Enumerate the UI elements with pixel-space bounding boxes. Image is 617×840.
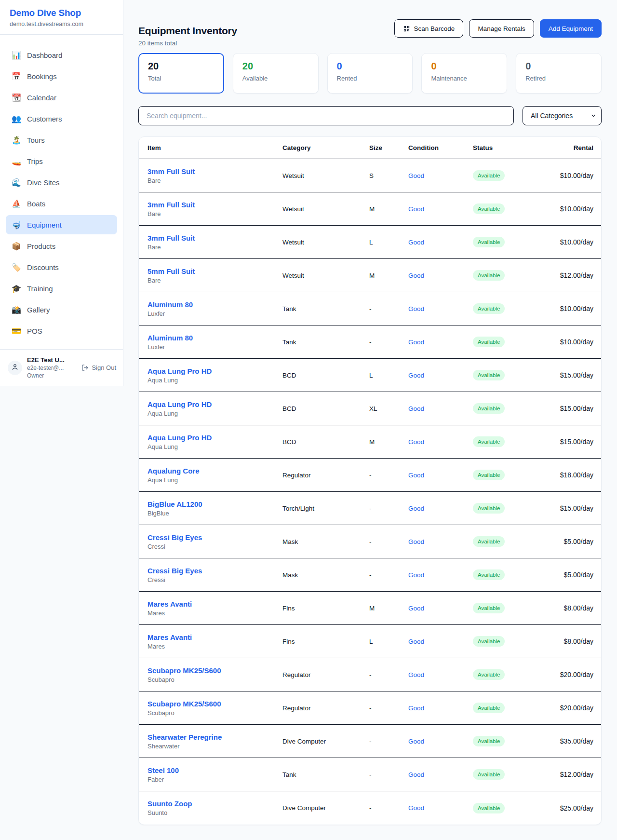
user-name: E2E Test U... <box>27 356 77 364</box>
sidebar-item-discounts[interactable]: 🏷️ Discounts <box>6 257 117 277</box>
sidebar-item-trips[interactable]: 🚤 Trips <box>6 151 117 171</box>
item-cell: Mares Avanti Mares <box>148 600 282 617</box>
stat-label: Maintenance <box>431 75 497 82</box>
table-row: Aluminum 80 Luxfer Tank - Good Available… <box>139 325 601 359</box>
condition-link[interactable]: Good <box>408 339 473 346</box>
item-name-link[interactable]: BigBlue AL1200 <box>148 500 282 508</box>
item-cell: Mares Avanti Mares <box>148 633 282 650</box>
category-cell: Tank <box>282 305 369 312</box>
item-name-link[interactable]: Aqua Lung Pro HD <box>148 367 282 375</box>
condition-link[interactable]: Good <box>408 239 473 246</box>
condition-link[interactable]: Good <box>408 538 473 545</box>
category-cell: BCD <box>282 372 369 379</box>
condition-link[interactable]: Good <box>408 272 473 279</box>
category-cell: Regulator <box>282 705 369 712</box>
sidebar-item-bookings[interactable]: 📅 Bookings <box>6 67 117 86</box>
item-brand: Cressi <box>148 543 282 550</box>
condition-link[interactable]: Good <box>408 638 473 645</box>
item-name-link[interactable]: Suunto Zoop <box>148 799 282 808</box>
sidebar-item-training[interactable]: 🎓 Training <box>6 279 117 298</box>
item-name-link[interactable]: Aluminum 80 <box>148 334 282 342</box>
item-name-link[interactable]: Aluminum 80 <box>148 300 282 309</box>
condition-link[interactable]: Good <box>408 372 473 379</box>
graduation-cap-icon: 🎓 <box>12 284 21 293</box>
manage-rentals-button[interactable]: Manage Rentals <box>469 19 534 38</box>
item-name-link[interactable]: Cressi Big Eyes <box>148 567 282 575</box>
sidebar-item-label: Training <box>27 285 53 293</box>
title-block: Equipment Inventory 20 items total <box>138 25 237 47</box>
condition-link[interactable]: Good <box>408 671 473 678</box>
item-brand: Aqua Lung <box>148 410 282 417</box>
condition-link[interactable]: Good <box>408 305 473 312</box>
stat-card-maintenance[interactable]: 0 Maintenance <box>421 53 507 94</box>
people-icon: 👥 <box>12 114 21 123</box>
condition-link[interactable]: Good <box>408 804 473 812</box>
item-name-link[interactable]: Aqualung Core <box>148 467 282 475</box>
item-name-link[interactable]: Aqua Lung Pro HD <box>148 400 282 408</box>
item-name-link[interactable]: Aqua Lung Pro HD <box>148 434 282 442</box>
table-row: Mares Avanti Mares Fins M Good Available… <box>139 592 601 625</box>
table-row: 3mm Full Suit Bare Wetsuit M Good Availa… <box>139 192 601 226</box>
condition-link[interactable]: Good <box>408 605 473 612</box>
status-cell: Available <box>473 470 560 480</box>
tag-icon: 🏷️ <box>12 263 21 272</box>
condition-link[interactable]: Good <box>408 405 473 412</box>
user-meta: E2E Test U... e2e-tester@... Owner <box>27 356 77 379</box>
sign-out-button[interactable]: Sign Out <box>81 364 116 371</box>
sidebar-item-boats[interactable]: ⛵ Boats <box>6 194 117 213</box>
item-name-link[interactable]: 3mm Full Suit <box>148 201 282 209</box>
table-row: Aqua Lung Pro HD Aqua Lung BCD XL Good A… <box>139 392 601 425</box>
size-cell: - <box>369 505 408 512</box>
sidebar-item-equipment[interactable]: 🤿 Equipment <box>6 215 117 234</box>
condition-link[interactable]: Good <box>408 571 473 579</box>
sidebar-item-dashboard[interactable]: 📊 Dashboard <box>6 45 117 65</box>
scan-barcode-button[interactable]: Scan Barcode <box>394 19 464 38</box>
item-name-link[interactable]: Cressi Big Eyes <box>148 533 282 542</box>
item-brand: BigBlue <box>148 510 282 517</box>
size-cell: - <box>369 804 408 812</box>
category-select[interactable]: All Categories <box>523 106 602 125</box>
sidebar-item-customers[interactable]: 👥 Customers <box>6 109 117 128</box>
status-cell: Available <box>473 203 560 214</box>
item-name-link[interactable]: Mares Avanti <box>148 600 282 608</box>
sidebar-item-tours[interactable]: 🏝️ Tours <box>6 130 117 149</box>
condition-link[interactable]: Good <box>408 472 473 479</box>
search-input[interactable] <box>138 106 514 125</box>
condition-link[interactable]: Good <box>408 172 473 179</box>
condition-link[interactable]: Good <box>408 705 473 712</box>
status-badge: Available <box>473 669 505 680</box>
condition-link[interactable]: Good <box>408 771 473 778</box>
item-name-link[interactable]: Scubapro MK25/S600 <box>148 700 282 708</box>
sidebar-item-calendar[interactable]: 📆 Calendar <box>6 88 117 107</box>
condition-link[interactable]: Good <box>408 505 473 512</box>
category-cell: Torch/Light <box>282 505 369 512</box>
item-name-link[interactable]: 5mm Full Suit <box>148 267 282 275</box>
item-name-link[interactable]: 3mm Full Suit <box>148 234 282 242</box>
sidebar-item-dive-sites[interactable]: 🌊 Dive Sites <box>6 173 117 192</box>
header-actions: Scan Barcode Manage Rentals Add Equipmen… <box>394 19 602 38</box>
stat-card-total[interactable]: 20 Total <box>138 53 224 94</box>
sidebar-item-products[interactable]: 📦 Products <box>6 236 117 256</box>
item-name-link[interactable]: 3mm Full Suit <box>148 167 282 176</box>
sidebar-item-gallery[interactable]: 📸 Gallery <box>6 300 117 319</box>
sidebar-item-label: Discounts <box>27 263 59 271</box>
brand-block: Demo Dive Shop demo.test.divestreams.com <box>0 0 123 34</box>
sidebar-item-pos[interactable]: 💳 POS <box>6 321 117 340</box>
item-cell: Aluminum 80 Luxfer <box>148 300 282 317</box>
item-name-link[interactable]: Steel 100 <box>148 766 282 774</box>
condition-link[interactable]: Good <box>408 738 473 745</box>
column-header-condition: Condition <box>408 144 473 151</box>
sidebar-item-label: Products <box>27 242 55 250</box>
stat-card-rented[interactable]: 0 Rented <box>327 53 413 94</box>
condition-link[interactable]: Good <box>408 438 473 446</box>
add-equipment-button[interactable]: Add Equipment <box>540 19 602 38</box>
item-name-link[interactable]: Scubapro MK25/S600 <box>148 666 282 675</box>
item-name-link[interactable]: Mares Avanti <box>148 633 282 641</box>
stat-card-available[interactable]: 20 Available <box>233 53 319 94</box>
stat-card-retired[interactable]: 0 Retired <box>516 53 602 94</box>
condition-link[interactable]: Good <box>408 205 473 213</box>
status-badge: Available <box>473 436 505 447</box>
status-badge: Available <box>473 636 505 647</box>
size-cell: S <box>369 172 408 179</box>
item-name-link[interactable]: Shearwater Peregrine <box>148 733 282 741</box>
